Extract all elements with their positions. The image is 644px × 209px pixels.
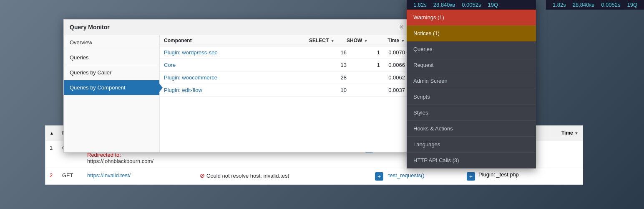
dropdown-status-bar: 1.82s 28,840кв 0.0052s 19Q xyxy=(407,0,536,10)
select-count: 10 xyxy=(309,87,347,93)
col-show: SHOW ▼ xyxy=(347,38,380,43)
col-select: SELECT ▼ xyxy=(309,38,347,43)
panel-title-bar: Query Monitor × xyxy=(64,20,409,35)
time-value: 0.0062 xyxy=(380,74,405,81)
row-plugin: Plugin: _test.php xyxy=(478,171,545,178)
num-sort-icon[interactable]: ▲ xyxy=(50,131,54,135)
menu-item-languages[interactable]: Languages xyxy=(407,137,536,153)
close-button[interactable]: × xyxy=(400,24,403,31)
status-time: 1.82s xyxy=(553,2,566,8)
select-sort-icon[interactable]: ▼ xyxy=(330,38,335,43)
table-header: Component SELECT ▼ SHOW ▼ Time ▼ xyxy=(160,35,409,46)
col-time: Time ▼ xyxy=(380,38,405,43)
menu-item-warnings[interactable]: Warnings (1) xyxy=(407,10,536,25)
component-link[interactable]: Plugin: woocommerce xyxy=(164,74,309,81)
dropdown-status-time: 1.82s xyxy=(413,2,427,8)
menu-item-styles[interactable]: Styles xyxy=(407,105,536,121)
dropdown-menu: 1.82s 28,840кв 0.0052s 19Q Warnings (1) … xyxy=(407,0,536,168)
row-status: ⊘ Could not resolve host: invalid.test xyxy=(200,171,292,179)
col-num: ▲ xyxy=(50,130,62,136)
sidebar-item-queries[interactable]: Queries xyxy=(64,50,159,65)
table-row: Plugin: woocommerce 28 0.0062 xyxy=(160,71,409,84)
time-sort-icon[interactable]: ▼ xyxy=(574,131,579,135)
table-row: Plugin: wordpress-seo 16 1 0.0070 xyxy=(160,46,409,59)
menu-item-notices[interactable]: Notices (1) xyxy=(407,25,536,41)
sidebar-item-queries-by-component[interactable]: Queries by Component xyxy=(64,80,159,95)
row-url: https://invalid.test/ xyxy=(87,171,200,178)
time-sort-icon[interactable]: ▼ xyxy=(401,38,405,43)
dropdown-status-db-time: 0.0052s xyxy=(462,2,481,8)
component-link[interactable]: Plugin: edit-flow xyxy=(164,87,309,93)
component-link[interactable]: Core xyxy=(164,62,309,68)
sidebar-item-overview[interactable]: Overview xyxy=(64,35,159,50)
menu-item-request[interactable]: Request xyxy=(407,57,536,73)
status-bar: 1.82s 28,840кв 0.0052s 19Q xyxy=(546,0,644,10)
query-monitor-panel: Query Monitor × Overview Queries Queries… xyxy=(63,19,410,153)
menu-item-hooks-actions[interactable]: Hooks & Actions xyxy=(407,121,536,137)
menu-item-admin-screen[interactable]: Admin Screen xyxy=(407,73,536,89)
status-memory: 28,840кв xyxy=(573,2,594,8)
time-value: 0.0066 xyxy=(380,62,405,68)
sidebar: Overview Queries Queries by Caller Queri… xyxy=(64,35,160,152)
table-row: Plugin: edit-flow 10 0.0037 xyxy=(160,84,409,97)
url-redirect-label: Redirected to: xyxy=(87,152,200,158)
row-num: 1 xyxy=(50,144,62,151)
show-count: 1 xyxy=(347,49,380,56)
caller-link[interactable]: test_requests() xyxy=(388,172,425,178)
panel-title: Query Monitor xyxy=(70,24,110,31)
show-count: 1 xyxy=(347,62,380,68)
col-component: Component xyxy=(164,38,309,43)
time-value: 0.0037 xyxy=(380,87,405,93)
caller-expand-button[interactable]: + xyxy=(467,172,475,181)
menu-item-queries[interactable]: Queries xyxy=(407,41,536,57)
row-caller: test_requests() xyxy=(388,171,463,178)
time-value: 0.0070 xyxy=(380,49,405,56)
col-time-header: Time ▼ xyxy=(545,130,579,136)
panel-content: Component SELECT ▼ SHOW ▼ Time ▼ Plugin:… xyxy=(160,35,409,152)
menu-item-scripts[interactable]: Scripts xyxy=(407,89,536,105)
menu-item-http-api-calls[interactable]: HTTP API Calls (3) xyxy=(407,153,536,168)
status-queries: 19Q xyxy=(627,2,637,8)
sidebar-item-queries-by-caller[interactable]: Queries by Caller xyxy=(64,65,159,80)
url-main: https://invalid.test/ xyxy=(87,172,200,178)
request-row: 2 GET https://invalid.test/ ⊘ Could not … xyxy=(45,168,583,184)
row-num: 2 xyxy=(50,171,62,178)
url-redirect-target: https://johnblackbourn.com/ xyxy=(87,158,200,164)
select-count: 28 xyxy=(309,74,347,81)
select-count: 16 xyxy=(309,49,347,56)
row-method: GET xyxy=(62,171,87,178)
status-db-time: 0.0052s xyxy=(601,2,620,8)
select-count: 13 xyxy=(309,62,347,68)
show-sort-icon[interactable]: ▼ xyxy=(364,38,368,43)
dropdown-status-queries: 19Q xyxy=(488,2,498,8)
panel-body: Overview Queries Queries by Caller Queri… xyxy=(64,35,409,152)
error-icon: ⊘ xyxy=(200,172,205,179)
expand-button[interactable]: + xyxy=(375,172,383,181)
component-link[interactable]: Plugin: wordpress-seo xyxy=(164,49,309,56)
table-row: Core 13 1 0.0066 xyxy=(160,59,409,71)
dropdown-status-memory: 28,840кв xyxy=(433,2,455,8)
